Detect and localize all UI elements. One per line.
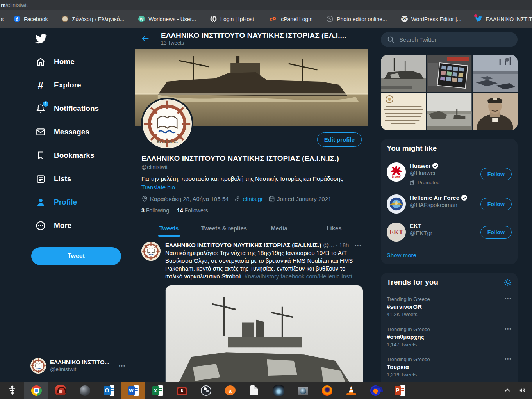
nav-list: Home # Explore 1 Notifications [0,50,135,237]
facebook-icon [14,16,20,22]
sidebar-item-messages[interactable]: Messages [0,120,135,144]
bookmark-worldnews[interactable]: Worldnews - User... [138,16,196,22]
sidebar-item-label: Lists [54,175,71,183]
tab-tweets[interactable]: Tweets [141,220,196,237]
back-arrow-icon[interactable] [141,34,150,43]
tab-media[interactable]: Media [252,220,307,237]
suggestion-body: EKT @EKTgr [410,223,477,242]
sidebar-item-notifications[interactable]: 1 Notifications [0,97,135,120]
show-more-link[interactable]: Show more [381,246,518,264]
taskbar-app-video-downloader[interactable] [170,382,194,399]
bookmark-label: cPanel Login [281,16,312,22]
bookmark-iphost[interactable]: Login | IpHost [210,16,254,22]
hashtag-link[interactable]: #navalhistory [245,273,279,280]
trend-item-1[interactable]: Trending in Greece #survivorGR 41.2K Twe… [381,292,518,322]
suggestion-hellenic-air-force[interactable]: Hellenic Air Force @HAFspokesman Follow [381,190,518,218]
audio-player-icon [55,385,66,395]
tab-likes[interactable]: Likes [307,220,362,237]
bookmark-label: ΕΛΛΗΝΙΚΟ ΙΝΣΤΙΤΟ... [486,16,532,22]
system-tray [504,382,532,399]
sidebar-item-explore[interactable]: # Explore [0,73,135,97]
taskbar-app-word[interactable] [121,382,145,399]
taskbar-app-pinned[interactable] [0,382,24,399]
search-input[interactable] [399,36,511,43]
tweet-more-icon[interactable] [355,243,362,248]
trend-item-2[interactable]: Trending in Greece #σταθμαρχης 1,147 Twe… [381,322,518,352]
taskbar-app-avast[interactable] [218,382,242,399]
avatar-logo-text: ΕΛ.Ι.Ν.ΙΣ. [157,139,178,144]
taskbar-app-media-viewer[interactable] [266,382,291,399]
sidebar-item-more[interactable]: More [0,214,135,237]
suggestion-ekt[interactable]: EKT EKT @EKTgr Follow [381,218,518,246]
media-thumb-portrait[interactable] [473,93,518,130]
sidebar-item-home[interactable]: Home [0,50,135,73]
taskbar-app-obs[interactable] [194,382,218,399]
taskbar-app-firefox[interactable] [315,382,339,399]
search-bar[interactable] [381,32,518,47]
sidebar-item-profile[interactable]: Profile [0,191,135,214]
follow-button[interactable]: Follow [480,168,512,180]
media-thumb-warship[interactable] [381,55,426,92]
taskbar-app-vlc[interactable] [339,382,363,399]
trend-more-icon[interactable] [505,296,512,301]
trend-more-icon[interactable] [505,326,512,331]
tweet-photo[interactable] [165,285,363,382]
trend-context: Trending in Greece [387,326,512,332]
media-thumb-document[interactable] [381,93,426,130]
media-thumb-video-call[interactable] [427,55,471,92]
suggestion-huawei[interactable]: HUAWEI Huawei @Huawei Promoted Foll [381,158,518,190]
tab-tweets-replies[interactable]: Tweets & replies [196,220,252,237]
followers-stat[interactable]: 14Followers [177,207,208,214]
taskbar-app-powerpoint[interactable] [387,382,412,399]
trend-tweet-count: 41.2K Tweets [387,312,512,317]
media-grid[interactable] [381,55,518,130]
tweet-button[interactable]: Tweet [31,247,121,265]
taskbar-app-chrome[interactable] [24,382,48,399]
trend-context: Trending in Greece [387,356,512,362]
bookmarks-bar: s Facebook Σύνδεση ‹ Ελληνικό... Worldne… [0,10,532,28]
bookmark-wordpress[interactable]: WordPress Editor |... [401,16,462,22]
wordpress-icon [401,16,408,22]
twitter-page: Home # Explore 1 Notifications [0,28,532,382]
website-link[interactable]: elinis.gr [243,196,263,202]
twitter-logo-icon[interactable] [35,33,47,45]
profile-tabs: Tweets Tweets & replies Media Likes [141,220,362,237]
bookmark-cpanel[interactable]: cPanel Login [268,16,312,22]
chevron-up-icon[interactable] [504,387,511,394]
sidebar-item-lists[interactable]: Lists [0,167,135,191]
follow-button[interactable]: Follow [480,226,512,239]
taskbar-app-notepad[interactable] [242,382,266,399]
tweet-item[interactable]: ΕΛΛΗΝΙΚΟ ΙΝΣΤΙΤΟΥΤΟ ΝΑΥΤΙΚΗΣ ΙΣΤΟΡΙΑΣ (Ε… [135,237,368,382]
gear-icon[interactable] [504,278,512,286]
trend-item-3[interactable]: Trending in Greece Τουρκια 1,219 Tweets [381,352,518,382]
taskbar-app-excel[interactable] [145,382,170,399]
sidebar-item-bookmarks[interactable]: Bookmarks [0,144,135,167]
translate-bio-link[interactable]: Translate bio [141,184,175,191]
taskbar-app-audio-player[interactable] [48,382,73,399]
taskbar-app-dark-utility[interactable] [73,382,97,399]
bookmark-label: Worldnews - User... [148,16,196,22]
speaker-icon[interactable] [519,387,526,394]
joined-text: Joined January 2021 [277,196,331,202]
media-thumb-harbor-photo[interactable] [427,93,471,130]
tweet-avatar[interactable] [141,242,161,261]
bookmark-facebook[interactable]: Facebook [14,16,48,22]
bookmark-label: WordPress Editor |... [411,16,462,22]
taskbar-app-outlook[interactable] [97,382,121,399]
taskbar-app-headphones[interactable] [363,382,387,399]
bookmark-photo-editor[interactable]: Photo editor online... [327,16,387,22]
edit-profile-button[interactable]: Edit profile [317,132,362,147]
tweet-author: ΕΛΛΗΝΙΚΟ ΙΝΣΤΙΤΟΥΤΟ ΝΑΥΤΙΚΗΣ ΙΣΤΟΡΙΑΣ (Ε… [165,242,321,248]
url-path-text: /elinistwit [5,2,28,8]
follow-button[interactable]: Follow [480,198,512,210]
trend-more-icon[interactable] [505,356,512,361]
taskbar-app-camera[interactable] [291,382,315,399]
bookmark-elinis-twitter[interactable]: ΕΛΛΗΝΙΚΟ ΙΝΣΤΙΤΟ... [475,16,532,22]
profile-avatar[interactable]: ΕΛ.Ι.Ν.ΙΣ. [141,98,193,150]
following-stat[interactable]: 3Following [141,207,169,214]
media-thumb-harbor-painting[interactable] [473,55,518,92]
account-switcher[interactable]: ΕΛΛΗΝΙΚΟ ΙΝΣΤΙΤΟ... @elinistwit [30,356,130,375]
facebook-link[interactable]: facebook.com/Hellenic.Insti… [281,273,358,280]
bookmark-clipped[interactable]: s [1,16,4,22]
bookmark-elinis-admin[interactable]: Σύνδεση ‹ Ελληνικό... [62,16,124,22]
